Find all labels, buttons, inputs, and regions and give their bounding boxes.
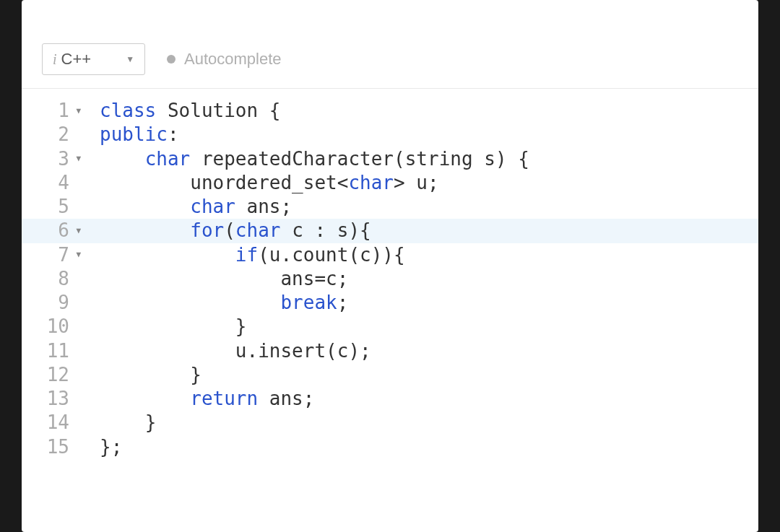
- line-number: 2: [58, 123, 69, 147]
- code-token: (: [326, 340, 337, 362]
- code-content[interactable]: if(u.count(c)){: [87, 243, 405, 267]
- code-line[interactable]: 1▼class Solution {: [22, 99, 758, 123]
- code-token: for: [190, 219, 224, 241]
- code-content[interactable]: break;: [87, 291, 348, 315]
- line-number: 5: [58, 195, 69, 219]
- code-token: ;: [428, 172, 439, 193]
- line-gutter[interactable]: 1▼: [22, 99, 87, 123]
- code-content[interactable]: for(char c : s){: [87, 219, 371, 243]
- line-gutter[interactable]: 5: [22, 195, 87, 219]
- code-line[interactable]: 11 u.insert(c);: [22, 339, 758, 363]
- fold-caret-icon[interactable]: ▼: [72, 226, 81, 236]
- code-token: ;: [280, 196, 292, 217]
- line-gutter[interactable]: 12: [22, 363, 87, 387]
- code-token: ){: [348, 219, 370, 241]
- code-token: );: [348, 340, 370, 362]
- code-area[interactable]: 1▼class Solution {2public:3▼ char repeat…: [22, 89, 758, 474]
- line-gutter[interactable]: 15: [22, 435, 87, 459]
- code-content[interactable]: public:: [87, 123, 179, 147]
- line-gutter[interactable]: 10: [22, 315, 87, 339]
- autocomplete-toggle[interactable]: Autocomplete: [167, 50, 282, 69]
- code-line[interactable]: 10 }: [22, 315, 758, 339]
- code-content[interactable]: return ans;: [87, 387, 314, 411]
- code-line[interactable]: 12 }: [22, 363, 758, 387]
- line-gutter[interactable]: 3▼: [22, 147, 87, 171]
- code-token: string: [405, 148, 485, 170]
- code-line[interactable]: 2public:: [22, 123, 758, 147]
- line-number: 4: [58, 171, 69, 195]
- line-gutter[interactable]: 9: [22, 291, 87, 315]
- line-gutter[interactable]: 13: [22, 387, 87, 411]
- line-number: 3: [58, 147, 69, 171]
- code-content[interactable]: };: [87, 435, 122, 459]
- code-content[interactable]: ans=c;: [87, 267, 348, 291]
- code-token: unordered_set: [190, 172, 337, 193]
- fold-caret-icon[interactable]: ▼: [72, 250, 81, 260]
- line-gutter[interactable]: 6▼: [22, 219, 87, 243]
- code-token: :: [168, 123, 179, 145]
- code-line[interactable]: 6▼ for(char c : s){: [22, 219, 758, 243]
- code-token: u: [416, 172, 428, 193]
- code-token: )){: [371, 244, 405, 266]
- code-content[interactable]: u.insert(c);: [87, 339, 371, 363]
- code-token: (: [394, 148, 405, 170]
- line-gutter[interactable]: 2: [22, 123, 87, 147]
- code-content[interactable]: char ans;: [87, 195, 292, 219]
- line-gutter[interactable]: 4: [22, 171, 87, 195]
- line-gutter[interactable]: 8: [22, 267, 87, 291]
- code-token: .: [247, 340, 259, 362]
- code-token: s: [484, 148, 495, 170]
- fold-caret-icon[interactable]: ▼: [72, 154, 81, 164]
- code-content[interactable]: }: [87, 411, 156, 435]
- code-token: u: [269, 244, 281, 266]
- line-number: 10: [47, 315, 69, 339]
- line-number: 12: [47, 363, 69, 387]
- code-line[interactable]: 5 char ans;: [22, 195, 758, 219]
- code-token: if: [235, 244, 258, 266]
- line-gutter[interactable]: 7▼: [22, 243, 87, 267]
- code-content[interactable]: char repeatedCharacter(string s) {: [87, 147, 529, 171]
- code-line[interactable]: 7▼ if(u.count(c)){: [22, 243, 758, 267]
- code-content[interactable]: }: [87, 363, 202, 387]
- code-token: =: [314, 268, 326, 289]
- line-number: 7: [58, 243, 69, 267]
- code-content[interactable]: class Solution {: [87, 99, 280, 123]
- line-number: 9: [58, 291, 69, 315]
- code-token: ;: [337, 292, 349, 313]
- code-token: ans: [247, 196, 281, 217]
- editor-toolbar: i C++ ▼ Autocomplete: [22, 29, 758, 89]
- code-token: s: [337, 219, 349, 241]
- code-line[interactable]: 8 ans=c;: [22, 267, 758, 291]
- code-token: };: [100, 436, 122, 458]
- code-token: }: [145, 411, 157, 433]
- code-line[interactable]: 14 }: [22, 411, 758, 435]
- code-content[interactable]: unordered_set<char> u;: [87, 171, 439, 195]
- line-number: 14: [47, 411, 69, 435]
- code-content[interactable]: }: [87, 315, 247, 339]
- line-gutter[interactable]: 11: [22, 339, 87, 363]
- code-token: >: [394, 172, 416, 193]
- language-selector[interactable]: i C++ ▼: [42, 43, 145, 75]
- chevron-down-icon: ▼: [126, 54, 134, 64]
- dot-icon: [167, 55, 176, 64]
- code-line[interactable]: 13 return ans;: [22, 387, 758, 411]
- line-number: 6: [58, 219, 69, 243]
- code-token: char: [235, 219, 292, 241]
- fold-caret-icon[interactable]: ▼: [72, 106, 81, 116]
- code-token: :: [314, 219, 337, 241]
- language-label-wrap: i C++: [53, 50, 91, 69]
- code-token: <: [337, 172, 349, 193]
- code-token: (: [224, 219, 235, 241]
- line-number: 1: [58, 99, 69, 123]
- code-token: ) {: [495, 148, 529, 170]
- language-label: C++: [61, 50, 92, 69]
- code-line[interactable]: 4 unordered_set<char> u;: [22, 171, 758, 195]
- code-token: u: [235, 340, 247, 362]
- code-token: repeatedCharacter: [202, 148, 394, 170]
- code-line[interactable]: 3▼ char repeatedCharacter(string s) {: [22, 147, 758, 171]
- line-gutter[interactable]: 14: [22, 411, 87, 435]
- code-line[interactable]: 15};: [22, 435, 758, 459]
- line-number: 8: [58, 267, 69, 291]
- code-line[interactable]: 9 break;: [22, 291, 758, 315]
- code-token: {: [269, 100, 281, 121]
